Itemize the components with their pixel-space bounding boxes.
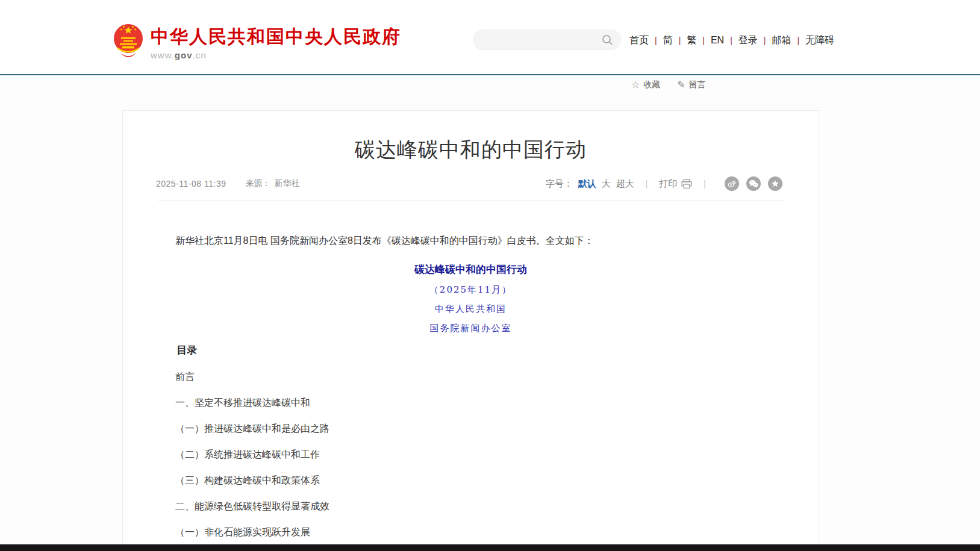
article-meta-left: 2025-11-08 11:39 来源： 新华社 xyxy=(156,178,299,189)
article-title: 碳达峰碳中和的中国行动 xyxy=(123,137,819,161)
source-label: 来源： xyxy=(245,178,270,189)
nav-traditional[interactable]: 繁 xyxy=(687,34,696,47)
search-icon[interactable] xyxy=(602,34,613,45)
nav-separator: | xyxy=(655,36,657,45)
nav-accessibility[interactable]: 无障碍 xyxy=(805,34,834,47)
document-org-line1: 中华人民共和国 xyxy=(156,303,785,316)
fontsize-xlarge-button[interactable]: 超大 xyxy=(616,178,634,190)
meta-divider-line xyxy=(158,201,784,201)
printer-icon xyxy=(681,179,692,189)
nav-home[interactable]: 首页 xyxy=(629,34,649,47)
favorite-link[interactable]: ☆ 收藏 xyxy=(631,79,660,90)
favorite-label: 收藏 xyxy=(643,79,660,90)
message-link[interactable]: ✎ 留言 xyxy=(677,79,705,90)
toc-item: （一）非化石能源实现跃升发展 xyxy=(156,526,785,539)
nav-english[interactable]: EN xyxy=(711,35,724,46)
document-date: （2025年11月） xyxy=(156,284,785,296)
publish-date: 2025-11-08 11:39 xyxy=(156,179,226,188)
bottom-edge-bar xyxy=(0,544,980,551)
search-input[interactable] xyxy=(473,35,602,45)
site-url: www.gov.cn xyxy=(151,50,401,60)
nav-separator: | xyxy=(764,36,766,45)
toc-item: （一）推进碳达峰碳中和是必由之路 xyxy=(156,422,785,435)
article-meta-row: 2025-11-08 11:39 来源： 新华社 字号： 默认 大 超大 | 打… xyxy=(123,176,819,191)
nav-separator: | xyxy=(797,36,799,45)
action-links: ☆ 收藏 ✎ 留言 xyxy=(631,79,706,90)
toc-item: （二）系统推进碳达峰碳中和工作 xyxy=(156,448,785,461)
article-card: 碳达峰碳中和的中国行动 2025-11-08 11:39 来源： 新华社 字号：… xyxy=(122,110,819,551)
document-org-line2: 国务院新闻办公室 xyxy=(156,322,785,335)
share-weibo-button[interactable] xyxy=(725,176,739,191)
share-qzone-button[interactable] xyxy=(768,176,782,191)
nav-separator: | xyxy=(679,36,681,45)
message-label: 留言 xyxy=(689,79,706,90)
toc-item: 二、能源绿色低碳转型取得显著成效 xyxy=(156,500,785,513)
site-header: 中华人民共和国中央人民政府 www.gov.cn 首页| 简| 繁| EN| 登… xyxy=(0,0,980,74)
site-logo[interactable]: 中华人民共和国中央人民政府 www.gov.cn xyxy=(113,23,401,60)
article-body: 新华社北京11月8日电 国务院新闻办公室8日发布《碳达峰碳中和的中国行动》白皮书… xyxy=(123,234,819,539)
fontsize-large-button[interactable]: 大 xyxy=(602,178,611,190)
logo-text: 中华人民共和国中央人民政府 www.gov.cn xyxy=(151,23,401,60)
header-divider-line xyxy=(0,74,980,75)
toc-item: 一、坚定不移推进碳达峰碳中和 xyxy=(156,396,785,409)
search-box[interactable] xyxy=(473,30,621,50)
fontsize-label: 字号： xyxy=(546,178,573,190)
share-wechat-button[interactable] xyxy=(746,176,761,191)
lead-paragraph: 新华社北京11月8日电 国务院新闻办公室8日发布《碳达峰碳中和的中国行动》白皮书… xyxy=(156,234,785,248)
qzone-star-icon xyxy=(771,179,779,188)
top-nav: 首页| 简| 繁| EN| 登录| 邮箱| 无障碍 xyxy=(629,33,834,48)
document-title: 碳达峰碳中和的中国行动 xyxy=(156,263,785,277)
print-label: 打印 xyxy=(659,178,677,190)
meta-separator: | xyxy=(646,179,648,188)
star-outline-icon: ☆ xyxy=(631,80,640,90)
meta-separator: | xyxy=(704,179,706,188)
weibo-icon xyxy=(727,179,737,188)
toc-heading: 目录 xyxy=(156,343,785,358)
nav-login[interactable]: 登录 xyxy=(738,34,758,47)
nav-simplified[interactable]: 简 xyxy=(663,34,673,47)
page: 中华人民共和国中央人民政府 www.gov.cn 首页| 简| 繁| EN| 登… xyxy=(0,0,980,551)
wechat-icon xyxy=(749,179,758,188)
print-button[interactable]: 打印 xyxy=(659,178,692,190)
fontsize-default-button[interactable]: 默认 xyxy=(578,178,596,190)
article-meta-right: 字号： 默认 大 超大 | 打印 | xyxy=(546,176,782,191)
pencil-icon: ✎ xyxy=(677,80,685,90)
nav-separator: | xyxy=(730,36,732,45)
national-emblem-icon xyxy=(113,23,143,58)
toc-item: （三）构建碳达峰碳中和政策体系 xyxy=(156,474,785,487)
nav-separator: | xyxy=(702,36,705,45)
site-title: 中华人民共和国中央人民政府 xyxy=(151,26,401,47)
toc-item: 前言 xyxy=(156,370,785,384)
source-value: 新华社 xyxy=(274,178,299,189)
nav-mail[interactable]: 邮箱 xyxy=(772,34,791,47)
